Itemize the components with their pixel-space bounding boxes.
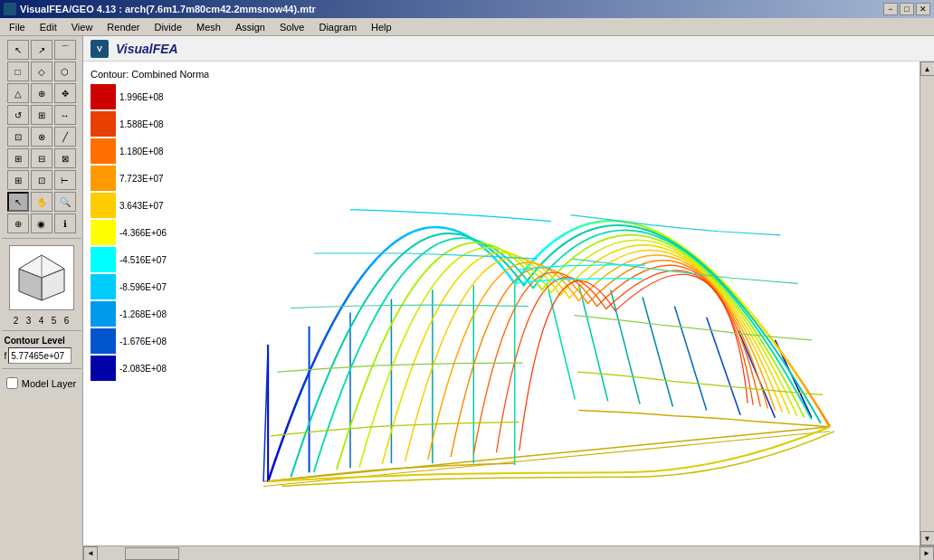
tool-hand[interactable]: ✋ xyxy=(31,192,52,212)
zoom-label-2[interactable]: 3 xyxy=(24,316,34,326)
contour-input[interactable] xyxy=(8,347,71,364)
legend-color-9 xyxy=(91,328,116,354)
window-title: VisualFEA/GEO 4.13 : arch(7.6m1.7m80cm42… xyxy=(20,4,316,14)
contour-field-label: f xyxy=(5,351,7,361)
tool-mirror[interactable]: ↔ xyxy=(54,105,76,125)
vertical-scrollbar: ▲ ▼ xyxy=(920,62,934,546)
model-layer-row: Model Layer xyxy=(3,375,81,391)
legend-value-7: -8.596E+07 xyxy=(119,282,167,292)
title-bar-controls: − □ ✕ xyxy=(883,3,930,15)
tool-subdivide[interactable]: ⊞ xyxy=(7,170,29,190)
tool-node[interactable]: ⊕ xyxy=(31,83,52,103)
tool-fill[interactable]: ⊗ xyxy=(31,127,52,147)
tool-move[interactable]: ✥ xyxy=(54,83,76,103)
cube-display xyxy=(9,245,74,310)
tool-row-6: ⊞ ⊟ ⊠ xyxy=(7,148,76,168)
menu-solve[interactable]: Solve xyxy=(272,20,312,34)
horizontal-scrollbar: ◄ ► xyxy=(83,546,934,560)
tool-arrow[interactable]: ↖ xyxy=(7,40,29,60)
legend-value-5: -4.366E+06 xyxy=(119,228,167,238)
tool-mesh[interactable]: ⊟ xyxy=(31,148,52,168)
tool-row-2: □ ◇ ⬡ xyxy=(7,62,76,81)
tool-row-1: ↖ ↗ ⌒ xyxy=(7,40,76,60)
tool-row-7: ⊞ ⊡ ⊢ xyxy=(7,170,76,190)
legend-value-10: -2.083E+08 xyxy=(119,364,167,374)
tool-pan[interactable]: ⊕ xyxy=(7,214,29,233)
menu-edit[interactable]: Edit xyxy=(33,20,64,34)
toolbar-divider-3 xyxy=(2,368,81,369)
tool-line[interactable]: ╱ xyxy=(54,127,76,147)
menu-file[interactable]: File xyxy=(2,20,33,34)
legend-value-1: 1.588E+08 xyxy=(119,119,164,129)
close-button[interactable]: ✕ xyxy=(916,3,930,15)
tool-pointer[interactable]: ↖ xyxy=(7,192,29,212)
zoom-label-5[interactable]: 6 xyxy=(62,316,72,326)
tool-measure[interactable]: ◉ xyxy=(31,214,52,233)
legend-color-10 xyxy=(91,356,116,381)
tool-triangle[interactable]: △ xyxy=(7,83,29,103)
legend-color-1 xyxy=(91,111,116,137)
main-area: ↖ ↗ ⌒ □ ◇ ⬡ △ ⊕ ✥ ↺ ⊞ ↔ ⊡ ⊗ ╱ ⊞ ⊟ ⊠ xyxy=(0,36,934,560)
h-scroll-thumb[interactable] xyxy=(125,547,179,560)
menu-view[interactable]: View xyxy=(64,20,100,34)
tool-rect[interactable]: □ xyxy=(7,62,29,81)
zoom-label-1[interactable]: 2 xyxy=(11,316,22,326)
contour-section: Contour Level f xyxy=(1,334,82,365)
scroll-down-button[interactable]: ▼ xyxy=(920,531,935,546)
cube-svg xyxy=(14,251,69,305)
tool-grid[interactable]: ⊞ xyxy=(7,148,29,168)
legend-color-5 xyxy=(91,220,116,245)
legend-color-8 xyxy=(91,301,116,327)
legend-color-6 xyxy=(91,247,116,272)
legend-value-2: 1.180E+08 xyxy=(119,147,164,157)
zoom-label-3[interactable]: 4 xyxy=(36,316,47,326)
content-area: V VisualFEA Contour: Combined Normal Str… xyxy=(83,36,934,560)
tool-row-5: ⊡ ⊗ ╱ xyxy=(7,127,76,147)
legend-value-3: 7.723E+07 xyxy=(119,174,164,184)
model-layer-label: Model Layer xyxy=(22,378,77,389)
menu-divide[interactable]: Divide xyxy=(147,20,189,34)
tool-select[interactable]: ↗ xyxy=(31,40,52,60)
scroll-left-button[interactable]: ◄ xyxy=(83,546,98,561)
menu-render[interactable]: Render xyxy=(100,20,147,34)
tool-diamond[interactable]: ◇ xyxy=(31,62,52,81)
tool-refine[interactable]: ⊠ xyxy=(54,148,76,168)
toolbar-divider-2 xyxy=(2,330,81,331)
tool-edit2[interactable]: ⊡ xyxy=(31,170,52,190)
logo-icon: V xyxy=(91,40,109,58)
model-layer-checkbox[interactable] xyxy=(6,377,18,389)
tool-row-4: ↺ ⊞ ↔ xyxy=(7,105,76,125)
legend-value-8: -1.268E+08 xyxy=(119,309,167,319)
tool-hex[interactable]: ⬡ xyxy=(54,62,76,81)
legend-value-4: 3.643E+07 xyxy=(119,201,164,211)
legend-color-4 xyxy=(91,193,116,218)
legend-value-0: 1.996E+08 xyxy=(119,92,164,102)
menu-mesh[interactable]: Mesh xyxy=(189,20,228,34)
tool-zoom-in[interactable]: 🔍 xyxy=(54,192,76,212)
tool-info[interactable]: ℹ xyxy=(54,214,76,233)
tool-pattern[interactable]: ⊡ xyxy=(7,127,29,147)
tool-edit3[interactable]: ⊢ xyxy=(54,170,76,190)
menu-assign[interactable]: Assign xyxy=(228,20,272,34)
scroll-right-button[interactable]: ► xyxy=(920,546,934,561)
tool-row-9: ⊕ ◉ ℹ xyxy=(7,214,76,233)
viz-container: Contour: Combined Normal Stress 1.996E+0… xyxy=(83,62,934,546)
zoom-label-4[interactable]: 5 xyxy=(49,316,60,326)
tool-curve[interactable]: ⌒ xyxy=(54,40,76,60)
zoom-row: 2 3 4 5 6 xyxy=(11,316,72,326)
menu-help[interactable]: Help xyxy=(364,20,399,34)
maximize-button[interactable]: □ xyxy=(900,3,914,15)
menu-diagram[interactable]: Diagram xyxy=(311,20,364,34)
menu-bar: File Edit View Render Divide Mesh Assign… xyxy=(0,18,934,36)
minimize-button[interactable]: − xyxy=(883,3,898,15)
legend-color-7 xyxy=(91,274,116,299)
scroll-up-button[interactable]: ▲ xyxy=(920,62,935,76)
tool-scale[interactable]: ⊞ xyxy=(31,105,52,125)
tool-rotate[interactable]: ↺ xyxy=(7,105,29,125)
legend-color-2 xyxy=(91,138,116,164)
legend-value-9: -1.676E+08 xyxy=(119,337,167,346)
v-scroll-track[interactable] xyxy=(920,76,935,531)
title-bar: VisualFEA/GEO 4.13 : arch(7.6m1.7m80cm42… xyxy=(0,0,934,18)
logo-bar: V VisualFEA xyxy=(83,36,934,62)
h-scroll-track[interactable] xyxy=(98,546,920,561)
